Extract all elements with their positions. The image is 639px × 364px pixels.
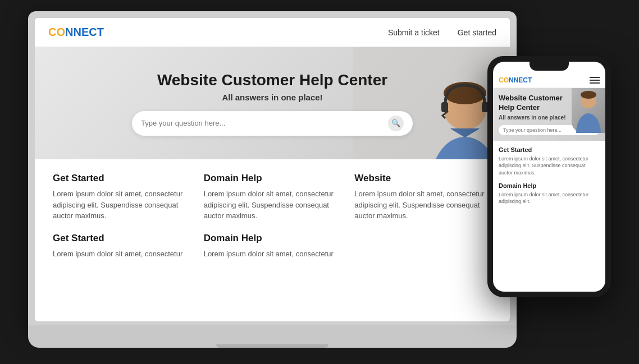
card-title-2: Domain Help (204, 233, 341, 244)
menu-line (590, 80, 600, 81)
logo-co: CO (48, 26, 65, 38)
mobile-card-domain-help: Domain Help Lorem ipsum dolor sit amet, … (499, 182, 600, 205)
mobile-device: CONNECT (487, 56, 611, 297)
hero-subtitle: All answers in one place! (132, 93, 413, 102)
laptop-screen: CONNECT Submit a ticket Get started (35, 18, 510, 321)
hero-section: Website Customer Help Center All answers… (35, 47, 510, 159)
card-text: Lorem ipsum dolor sit amet, consectetur … (204, 188, 341, 222)
card-get-started: Get Started Lorem ipsum dolor sit amet, … (53, 173, 190, 222)
svg-point-7 (581, 91, 596, 99)
laptop-body: CONNECT Submit a ticket Get started (28, 11, 517, 328)
mobile-card-get-started: Get Started Lorem ipsum dolor sit amet, … (499, 146, 600, 177)
card-domain-help: Domain Help Lorem ipsum dolor sit amet, … (204, 173, 341, 222)
mobile-hero-title: Website Customer Help Center (499, 94, 572, 113)
laptop-logo: CONNECT (48, 26, 104, 39)
mobile-card-text: Lorem ipsum dolor sit amet, consectetur … (499, 191, 600, 205)
laptop-base (28, 325, 517, 348)
mobile-logo-nnect: NNECT (509, 76, 532, 84)
card-title: Domain Help (204, 173, 341, 184)
mobile-menu-button[interactable] (590, 77, 600, 84)
hero-title: Website Customer Help Center (132, 71, 413, 89)
card-domain-help-2: Domain Help Lorem ipsum dolor sit amet, … (204, 233, 341, 260)
laptop-search-input[interactable] (141, 119, 388, 127)
card-get-started-2: Get Started Lorem ipsum dolor sit amet, … (53, 233, 190, 260)
laptop-device: CONNECT Submit a ticket Get started (28, 11, 517, 348)
mobile-screen: CONNECT (493, 62, 605, 292)
mobile-notch (530, 62, 569, 71)
scene: CONNECT Submit a ticket Get started (0, 0, 639, 364)
cards-row-1: Get Started Lorem ipsum dolor sit amet, … (53, 173, 492, 222)
mobile-hero-image (572, 88, 605, 133)
logo-nnect: NNECT (65, 26, 104, 38)
laptop-content: Get Started Lorem ipsum dolor sit amet, … (35, 159, 510, 273)
card-empty (354, 233, 492, 260)
card-title: Get Started (53, 173, 190, 184)
laptop-search-icon[interactable]: 🔍 (388, 116, 404, 131)
mobile-hero: Website Customer Help Center All answers… (493, 88, 605, 141)
card-title-2: Get Started (53, 233, 190, 244)
laptop-search-bar[interactable]: 🔍 (132, 111, 413, 136)
get-started-link[interactable]: Get started (458, 28, 496, 37)
mobile-frame: CONNECT (487, 56, 611, 297)
cards-row-2: Get Started Lorem ipsum dolor sit amet, … (53, 233, 492, 260)
card-text: Lorem ipsum dolor sit amet, consectetur … (53, 188, 190, 222)
card-website: Website Lorem ipsum dolor sit amet, cons… (354, 173, 492, 222)
site-nav: Submit a ticket Get started (388, 28, 496, 37)
mobile-logo: CONNECT (499, 76, 532, 84)
mobile-card-title: Get Started (499, 146, 600, 153)
card-text: Lorem ipsum dolor sit amet, consectetur … (354, 188, 492, 222)
mobile-content: Get Started Lorem ipsum dolor sit amet, … (493, 141, 605, 216)
card-text-2: Lorem ipsum dolor sit amet, consectetur (53, 248, 190, 260)
menu-line (590, 77, 600, 78)
mobile-logo-co: CO (499, 76, 509, 84)
card-title: Website (354, 173, 492, 184)
mobile-header: CONNECT (493, 74, 605, 88)
search-icon: 🔍 (391, 119, 400, 127)
mobile-card-text: Lorem ipsum dolor sit amet, consectetur … (499, 155, 600, 177)
site-header: CONNECT Submit a ticket Get started (35, 18, 510, 47)
svg-point-8 (576, 113, 601, 133)
svg-rect-4 (441, 102, 448, 112)
card-text-2: Lorem ipsum dolor sit amet, consectetur (204, 248, 341, 260)
submit-ticket-link[interactable]: Submit a ticket (388, 28, 440, 37)
menu-line (590, 82, 600, 84)
mobile-person-illustration (572, 88, 605, 133)
mobile-card-title: Domain Help (499, 182, 600, 189)
hero-content: Website Customer Help Center All answers… (132, 71, 413, 136)
